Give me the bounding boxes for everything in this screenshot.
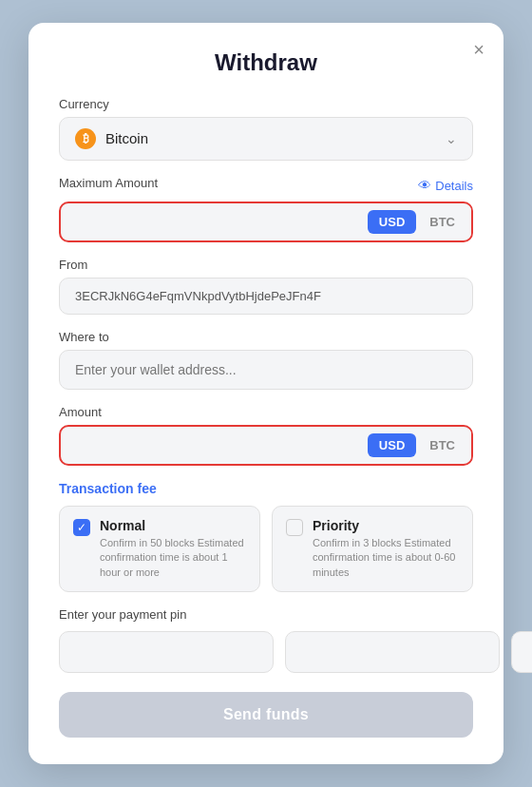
amount-label: Amount (59, 405, 473, 419)
fee-normal-desc: Confirm in 50 blocks Estimated confirmat… (100, 536, 246, 580)
fee-options: ✓ Normal Confirm in 50 blocks Estimated … (59, 506, 473, 592)
btc-icon: ₿ (75, 128, 96, 149)
maximum-amount-field: Maximum Amount 👁 Details 0.00 USD BTC (59, 176, 473, 242)
where-to-input[interactable] (59, 350, 473, 390)
fee-priority-desc: Confirm in 3 blocks Estimated confirmati… (313, 536, 459, 580)
from-label: From (59, 258, 473, 272)
chevron-down-icon: ⌄ (446, 131, 457, 146)
amount-field: Amount 0 USD BTC (59, 405, 473, 466)
withdraw-modal: × Withdraw Currency ₿ Bitcoin ⌄ Maximum … (28, 23, 504, 764)
currency-label: Currency (59, 97, 473, 111)
modal-title: Withdraw (59, 49, 473, 76)
checkmark-icon: ✓ (77, 522, 86, 533)
amount-usd-button[interactable]: USD (368, 433, 416, 457)
from-field: From 3ECRJkN6G4eFqmVNkpdVytbHjdePeJFn4F (59, 258, 473, 315)
max-amount-input-wrap: 0.00 USD BTC (59, 202, 473, 242)
fee-normal-content: Normal Confirm in 50 blocks Estimated co… (100, 518, 246, 580)
max-amount-row: Maximum Amount 👁 Details (59, 176, 473, 196)
currency-field: Currency ₿ Bitcoin ⌄ (59, 97, 473, 161)
pin-input-1[interactable]: 0 (59, 631, 274, 673)
max-amount-currency-toggle: USD BTC (363, 206, 471, 238)
max-amount-btc-button[interactable]: BTC (418, 210, 466, 234)
transaction-fee-section: Transaction fee ✓ Normal Confirm in 50 b… (59, 481, 473, 592)
amount-input[interactable]: 0 (61, 427, 363, 464)
fee-normal-title: Normal (100, 518, 246, 533)
send-funds-button[interactable]: Send funds (59, 692, 473, 738)
fee-card-normal[interactable]: ✓ Normal Confirm in 50 blocks Estimated … (59, 506, 260, 592)
amount-currency-toggle: USD BTC (363, 430, 471, 461)
fee-card-priority[interactable]: Priority Confirm in 3 blocks Estimated c… (272, 506, 473, 592)
transaction-fee-label[interactable]: Transaction fee (59, 481, 473, 496)
pin-label: Enter your payment pin (59, 607, 473, 622)
from-address: 3ECRJkN6G4eFqmVNkpdVytbHjdePeJFn4F (59, 278, 473, 315)
details-label: Details (435, 179, 473, 193)
max-amount-usd-button[interactable]: USD (368, 210, 416, 234)
where-to-field: Where to (59, 330, 473, 390)
fee-priority-content: Priority Confirm in 3 blocks Estimated c… (313, 518, 459, 580)
fee-priority-title: Priority (313, 518, 459, 533)
payment-pin-section: Enter your payment pin 0 0 0 0 (59, 607, 473, 673)
close-button[interactable]: × (473, 40, 484, 59)
modal-overlay: × Withdraw Currency ₿ Bitcoin ⌄ Maximum … (0, 0, 532, 787)
amount-input-wrap: 0 USD BTC (59, 425, 473, 466)
pin-row: 0 0 0 0 (59, 631, 473, 673)
max-amount-input[interactable]: 0.00 (61, 203, 363, 240)
eye-icon: 👁 (418, 178, 431, 193)
fee-normal-checkbox[interactable]: ✓ (73, 519, 90, 536)
details-link[interactable]: 👁 Details (418, 178, 473, 193)
where-to-label: Where to (59, 330, 473, 344)
currency-value: Bitcoin (105, 130, 148, 146)
currency-select[interactable]: ₿ Bitcoin ⌄ (59, 117, 473, 161)
amount-btc-button[interactable]: BTC (418, 433, 466, 457)
pin-input-3[interactable]: 0 (511, 631, 532, 673)
pin-input-2[interactable]: 0 (285, 631, 500, 673)
maximum-amount-label: Maximum Amount (59, 176, 158, 190)
fee-priority-checkbox[interactable] (286, 519, 303, 536)
